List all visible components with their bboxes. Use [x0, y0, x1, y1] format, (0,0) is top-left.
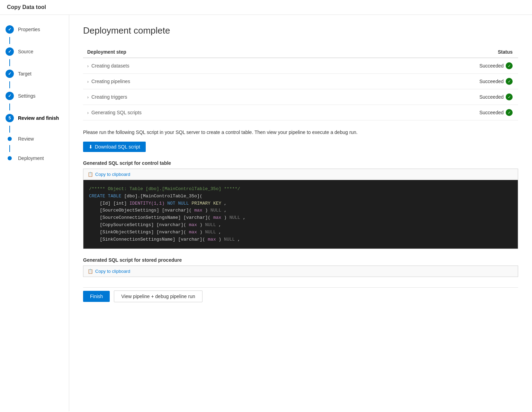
download-btn-label: Download SQL script — [95, 144, 140, 150]
step-circle-properties: ✓ — [6, 25, 14, 34]
sidebar-item-properties[interactable]: ✓ Properties — [0, 22, 69, 37]
table-row: ›Generating SQL scriptsSucceeded ✓ — [83, 105, 518, 120]
copy-clipboard-bar-control[interactable]: 📋 Copy to clipboard — [83, 169, 518, 180]
chevron-icon: › — [87, 110, 89, 115]
check-icon: ✓ — [506, 62, 513, 69]
footer-buttons: Finish View pipeline + debug pipeline ru… — [83, 287, 518, 302]
step-circle-review-and-finish: 5 — [6, 114, 14, 122]
app-title: Copy Data tool — [7, 4, 46, 10]
connector-4 — [9, 104, 10, 110]
table-row: ›Creating datasetsSucceeded ✓ — [83, 58, 518, 74]
copy-clipboard-label-procedure: Copy to clipboard — [95, 269, 130, 274]
status-cell: Succeeded ✓ — [341, 58, 518, 74]
sidebar-item-review[interactable]: Review — [0, 133, 69, 145]
status-succeeded: Succeeded ✓ — [479, 93, 513, 100]
connector-5 — [9, 126, 10, 133]
connector-3 — [9, 81, 10, 88]
sidebar-item-label-properties: Properties — [18, 27, 40, 32]
chevron-icon: › — [87, 64, 89, 69]
connector-6 — [9, 145, 10, 152]
step-cell: ›Creating pipelines — [83, 74, 341, 89]
clipboard-icon-control: 📋 — [88, 172, 93, 177]
section-stored-procedure-title: Generated SQL script for stored procedur… — [83, 257, 518, 263]
status-succeeded: Succeeded ✓ — [479, 62, 513, 69]
step-circle-deployment — [8, 156, 12, 160]
sql-code-control-table: /***** Object: Table [dbo].[MainControlT… — [83, 180, 518, 249]
sidebar-item-deployment[interactable]: Deployment — [0, 152, 69, 164]
status-succeeded: Succeeded ✓ — [479, 78, 513, 85]
status-cell: Succeeded ✓ — [341, 89, 518, 105]
check-icon: ✓ — [506, 78, 513, 85]
step-circle-settings: ✓ — [6, 92, 14, 100]
step-circle-review — [8, 137, 12, 141]
connector-2 — [9, 59, 10, 66]
step-cell: ›Generating SQL scripts — [83, 105, 341, 120]
clipboard-icon-procedure: 📋 — [88, 269, 93, 274]
sidebar-item-label-review-and-finish: Review and finish — [18, 115, 59, 121]
app-header: Copy Data tool — [0, 0, 532, 15]
page-title: Deployment complete — [83, 25, 518, 36]
sidebar-item-label-review: Review — [18, 136, 34, 142]
finish-button[interactable]: Finish — [83, 291, 110, 302]
step-circle-source: ✓ — [6, 47, 14, 56]
status-cell: Succeeded ✓ — [341, 74, 518, 89]
sidebar-item-target[interactable]: ✓ Target — [0, 66, 69, 81]
step-cell: ›Creating triggers — [83, 89, 341, 105]
sidebar: ✓ Properties ✓ Source ✓ Target ✓ Setting… — [0, 15, 69, 411]
table-row: ›Creating triggersSucceeded ✓ — [83, 89, 518, 105]
download-sql-button[interactable]: ⬇ Download SQL script — [83, 142, 146, 152]
content-area: Deployment complete Deployment step Stat… — [69, 15, 532, 411]
col-header-step: Deployment step — [83, 46, 341, 58]
chevron-icon: › — [87, 79, 89, 84]
connector-1 — [9, 37, 10, 44]
col-header-status: Status — [341, 46, 518, 58]
download-icon: ⬇ — [89, 144, 93, 150]
deployment-table: Deployment step Status ›Creating dataset… — [83, 46, 518, 120]
info-text: Please run the following SQL script in y… — [83, 129, 518, 136]
sidebar-item-review-and-finish[interactable]: 5 Review and finish — [0, 110, 69, 126]
check-icon: ✓ — [506, 109, 513, 116]
sidebar-item-source[interactable]: ✓ Source — [0, 44, 69, 59]
chevron-icon: › — [87, 95, 89, 100]
status-cell: Succeeded ✓ — [341, 105, 518, 120]
main-layout: ✓ Properties ✓ Source ✓ Target ✓ Setting… — [0, 15, 532, 411]
section-control-table-title: Generated SQL script for control table — [83, 160, 518, 166]
sidebar-item-label-source: Source — [18, 49, 33, 54]
sidebar-item-settings[interactable]: ✓ Settings — [0, 88, 69, 104]
copy-clipboard-bar-procedure[interactable]: 📋 Copy to clipboard — [83, 266, 518, 277]
check-icon: ✓ — [506, 93, 513, 100]
sidebar-item-label-settings: Settings — [18, 93, 36, 99]
sidebar-item-label-target: Target — [18, 71, 31, 77]
table-row: ›Creating pipelinesSucceeded ✓ — [83, 74, 518, 89]
step-cell: ›Creating datasets — [83, 58, 341, 74]
copy-clipboard-label-control: Copy to clipboard — [95, 172, 130, 177]
step-circle-target: ✓ — [6, 70, 14, 78]
code-line1: /***** Object: Table [dbo].[MainControlT… — [89, 186, 240, 191]
sidebar-item-label-deployment: Deployment — [18, 155, 44, 161]
status-succeeded: Succeeded ✓ — [479, 109, 513, 116]
view-pipeline-button[interactable]: View pipeline + debug pipeline run — [114, 290, 202, 302]
